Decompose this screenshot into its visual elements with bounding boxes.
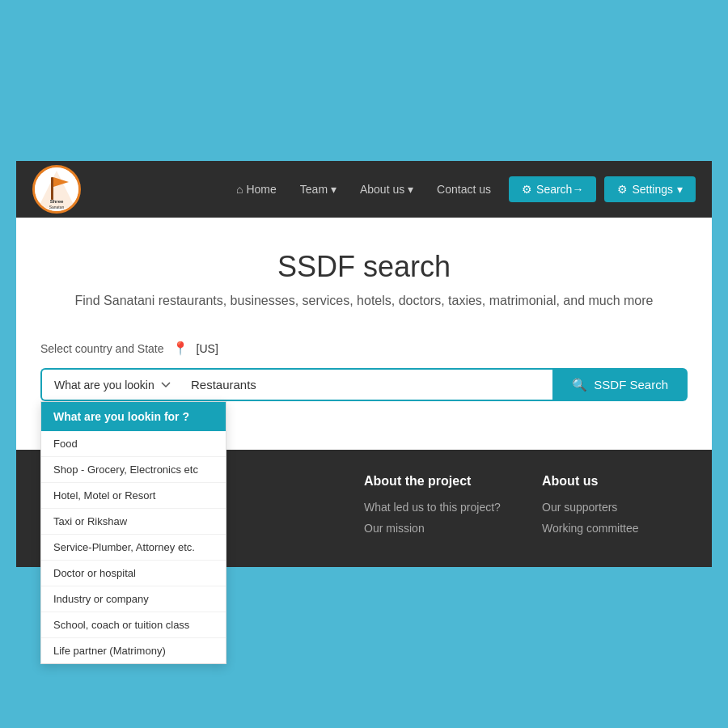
location-code: [US] [197,342,218,355]
dropdown-item-taxi[interactable]: Taxi or Rikshaw [41,509,226,535]
nav-links: ⌂ Home Team ▾ About us ▾ Contact us ⚙ Se… [226,176,696,202]
dropdown-item-hotel[interactable]: Hotel, Motel or Resort [41,483,226,509]
svg-text:Sanatan: Sanatan [49,205,65,210]
nav-home[interactable]: ⌂ Home [226,176,286,202]
category-dropdown: What are you lookin for ? Food Shop - Gr… [40,401,226,664]
chevron-down-icon-settings: ▾ [677,183,683,196]
dropdown-item-matrimony[interactable]: Life partner (Matrimony) [41,638,226,663]
footer-link-mission[interactable]: Our mission [364,522,510,535]
nav-team[interactable]: Team ▾ [290,176,346,202]
gear-icon: ⚙ [617,183,628,196]
location-row: Select country and State 📍 [US] [40,341,688,356]
location-label: Select country and State [40,342,164,355]
ssdf-search-button[interactable]: 🔍 SSDF Search [552,368,688,401]
logo-area: Shree Sanatan [32,165,81,214]
search-container: What are you lookin 🔍 SSDF Search What a… [40,368,688,401]
footer-link-led[interactable]: What led us to this project? [364,501,510,514]
search-row: What are you lookin 🔍 SSDF Search [40,368,688,401]
nav-search-button[interactable]: ⚙ Search→ [509,176,596,202]
logo: Shree Sanatan [32,165,81,214]
navbar: Shree Sanatan ⌂ Home Team ▾ About us ▾ C… [16,161,712,218]
home-icon: ⌂ [236,183,243,196]
dropdown-item-school[interactable]: School, coach or tuition class [41,612,226,638]
footer-link-committee[interactable]: Working committee [542,522,688,535]
footer-link-supporters[interactable]: Our supporters [542,501,688,514]
content-area: SSDF search Find Sanatani restaurants, b… [16,218,712,450]
category-select[interactable]: What are you lookin [40,368,179,401]
search-icon: ⚙ [522,183,532,196]
footer-col-about: About us Our supporters Working committe… [542,474,688,543]
nav-contact[interactable]: Contact us [427,176,501,202]
page-subtitle: Find Sanatani restaurants, businesses, s… [40,294,688,308]
search-input[interactable] [179,368,552,401]
dropdown-header: What are you lookin for ? [41,402,226,431]
nav-settings-button[interactable]: ⚙ Settings ▾ [604,176,696,202]
footer-col-project: About the project What led us to this pr… [364,474,510,543]
main-container: Shree Sanatan ⌂ Home Team ▾ About us ▾ C… [16,161,712,567]
search-magnifier-icon: 🔍 [572,378,587,392]
dropdown-item-service[interactable]: Service-Plumber, Attorney etc. [41,535,226,561]
svg-text:Shree: Shree [50,199,64,204]
chevron-down-icon-about: ▾ [408,183,413,196]
footer-project-title: About the project [364,474,510,489]
dropdown-item-food[interactable]: Food [41,431,226,457]
svg-rect-1 [51,177,53,200]
dropdown-item-industry[interactable]: Industry or company [41,586,226,612]
location-pin-icon: 📍 [172,341,188,356]
page-title: SSDF search [40,250,688,284]
chevron-down-icon: ▾ [331,183,336,196]
footer-about-title: About us [542,474,688,489]
nav-about[interactable]: About us ▾ [350,176,423,202]
dropdown-item-shop[interactable]: Shop - Grocery, Electronics etc [41,457,226,483]
dropdown-item-doctor[interactable]: Doctor or hospital [41,561,226,586]
